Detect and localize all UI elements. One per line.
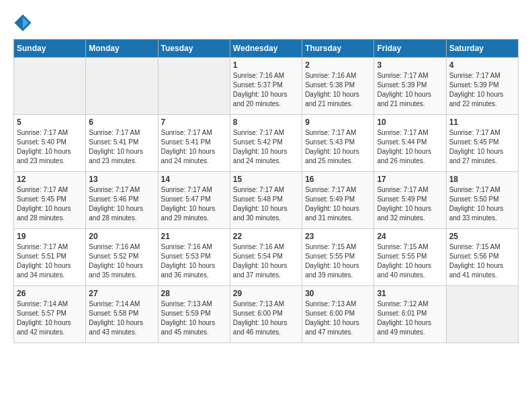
- day-info: Sunrise: 7:16 AM Sunset: 5:53 PM Dayligh…: [161, 242, 227, 280]
- calendar-cell: 19Sunrise: 7:17 AM Sunset: 5:51 PM Dayli…: [14, 229, 86, 286]
- day-number: 28: [161, 289, 227, 298]
- day-number: 12: [17, 175, 83, 184]
- day-info: Sunrise: 7:16 AM Sunset: 5:54 PM Dayligh…: [233, 242, 299, 280]
- day-number: 14: [161, 175, 227, 184]
- day-info: Sunrise: 7:15 AM Sunset: 5:56 PM Dayligh…: [449, 242, 515, 280]
- calendar-table: SundayMondayTuesdayWednesdayThursdayFrid…: [13, 39, 519, 343]
- day-number: 29: [233, 289, 299, 298]
- calendar-cell: 15Sunrise: 7:17 AM Sunset: 5:48 PM Dayli…: [230, 172, 302, 229]
- day-info: Sunrise: 7:15 AM Sunset: 5:55 PM Dayligh…: [305, 242, 371, 280]
- calendar-cell: 16Sunrise: 7:17 AM Sunset: 5:49 PM Dayli…: [302, 172, 374, 229]
- day-info: Sunrise: 7:17 AM Sunset: 5:46 PM Dayligh…: [89, 185, 154, 223]
- day-info: Sunrise: 7:16 AM Sunset: 5:52 PM Dayligh…: [89, 242, 154, 280]
- day-info: Sunrise: 7:16 AM Sunset: 5:38 PM Dayligh…: [305, 71, 371, 109]
- calendar-cell: 27Sunrise: 7:14 AM Sunset: 5:58 PM Dayli…: [86, 286, 158, 343]
- day-number: 5: [17, 118, 83, 127]
- weekday-header: Friday: [374, 40, 446, 58]
- day-info: Sunrise: 7:14 AM Sunset: 5:57 PM Dayligh…: [17, 300, 83, 337]
- calendar-cell: 22Sunrise: 7:16 AM Sunset: 5:54 PM Dayli…: [230, 229, 302, 286]
- day-info: Sunrise: 7:17 AM Sunset: 5:48 PM Dayligh…: [233, 185, 299, 223]
- calendar-cell: 24Sunrise: 7:15 AM Sunset: 5:55 PM Dayli…: [374, 229, 446, 286]
- day-info: Sunrise: 7:17 AM Sunset: 5:40 PM Dayligh…: [17, 128, 83, 166]
- day-info: Sunrise: 7:17 AM Sunset: 5:44 PM Dayligh…: [377, 128, 443, 166]
- day-info: Sunrise: 7:13 AM Sunset: 5:59 PM Dayligh…: [161, 300, 227, 337]
- day-info: Sunrise: 7:14 AM Sunset: 5:58 PM Dayligh…: [89, 300, 154, 337]
- day-info: Sunrise: 7:17 AM Sunset: 5:50 PM Dayligh…: [449, 185, 515, 223]
- weekday-header: Tuesday: [158, 40, 230, 58]
- calendar-cell: 2Sunrise: 7:16 AM Sunset: 5:38 PM Daylig…: [302, 58, 374, 115]
- calendar-cell: 25Sunrise: 7:15 AM Sunset: 5:56 PM Dayli…: [446, 229, 518, 286]
- day-info: Sunrise: 7:17 AM Sunset: 5:39 PM Dayligh…: [377, 71, 443, 109]
- day-number: 24: [377, 232, 443, 241]
- weekday-header: Monday: [86, 40, 158, 58]
- calendar-cell: 7Sunrise: 7:17 AM Sunset: 5:41 PM Daylig…: [158, 115, 230, 172]
- day-info: Sunrise: 7:17 AM Sunset: 5:43 PM Dayligh…: [305, 128, 371, 166]
- day-number: 18: [449, 175, 515, 184]
- day-number: 8: [233, 118, 299, 127]
- day-number: 9: [305, 118, 371, 127]
- day-info: Sunrise: 7:13 AM Sunset: 6:00 PM Dayligh…: [233, 300, 299, 337]
- calendar-cell: 29Sunrise: 7:13 AM Sunset: 6:00 PM Dayli…: [230, 286, 302, 343]
- calendar-cell: 5Sunrise: 7:17 AM Sunset: 5:40 PM Daylig…: [14, 115, 86, 172]
- calendar-week-row: 1Sunrise: 7:16 AM Sunset: 5:37 PM Daylig…: [14, 58, 519, 115]
- day-info: Sunrise: 7:17 AM Sunset: 5:47 PM Dayligh…: [161, 185, 227, 223]
- day-number: 17: [377, 175, 443, 184]
- day-number: 20: [89, 232, 154, 241]
- calendar-week-row: 26Sunrise: 7:14 AM Sunset: 5:57 PM Dayli…: [14, 286, 519, 343]
- day-number: 7: [161, 118, 227, 127]
- day-number: 19: [17, 232, 83, 241]
- calendar-cell: 14Sunrise: 7:17 AM Sunset: 5:47 PM Dayli…: [158, 172, 230, 229]
- calendar-week-row: 19Sunrise: 7:17 AM Sunset: 5:51 PM Dayli…: [14, 229, 519, 286]
- day-info: Sunrise: 7:16 AM Sunset: 5:37 PM Dayligh…: [233, 71, 299, 109]
- calendar-cell: 17Sunrise: 7:17 AM Sunset: 5:49 PM Dayli…: [374, 172, 446, 229]
- calendar-cell: 10Sunrise: 7:17 AM Sunset: 5:44 PM Dayli…: [374, 115, 446, 172]
- calendar-cell: 30Sunrise: 7:13 AM Sunset: 6:00 PM Dayli…: [302, 286, 374, 343]
- calendar-cell: 28Sunrise: 7:13 AM Sunset: 5:59 PM Dayli…: [158, 286, 230, 343]
- weekday-header-row: SundayMondayTuesdayWednesdayThursdayFrid…: [14, 40, 519, 58]
- day-number: 21: [161, 232, 227, 241]
- day-info: Sunrise: 7:17 AM Sunset: 5:42 PM Dayligh…: [233, 128, 299, 166]
- day-number: 3: [377, 60, 443, 70]
- weekday-header: Wednesday: [230, 40, 302, 58]
- day-number: 1: [233, 60, 299, 70]
- day-number: 30: [305, 289, 371, 298]
- day-number: 13: [89, 175, 154, 184]
- calendar-cell: 26Sunrise: 7:14 AM Sunset: 5:57 PM Dayli…: [14, 286, 86, 343]
- calendar-cell: 13Sunrise: 7:17 AM Sunset: 5:46 PM Dayli…: [86, 172, 158, 229]
- calendar-cell: 3Sunrise: 7:17 AM Sunset: 5:39 PM Daylig…: [374, 58, 446, 115]
- weekday-header: Saturday: [446, 40, 518, 58]
- day-info: Sunrise: 7:17 AM Sunset: 5:49 PM Dayligh…: [377, 185, 443, 223]
- day-number: 6: [89, 118, 154, 127]
- calendar-cell: 18Sunrise: 7:17 AM Sunset: 5:50 PM Dayli…: [446, 172, 518, 229]
- calendar-cell: 4Sunrise: 7:17 AM Sunset: 5:39 PM Daylig…: [446, 58, 518, 115]
- day-number: 4: [449, 60, 515, 70]
- calendar-cell: 6Sunrise: 7:17 AM Sunset: 5:41 PM Daylig…: [86, 115, 158, 172]
- day-number: 22: [233, 232, 299, 241]
- day-info: Sunrise: 7:17 AM Sunset: 5:45 PM Dayligh…: [17, 185, 83, 223]
- day-number: 16: [305, 175, 371, 184]
- day-info: Sunrise: 7:12 AM Sunset: 6:01 PM Dayligh…: [377, 300, 443, 337]
- day-info: Sunrise: 7:17 AM Sunset: 5:39 PM Dayligh…: [449, 71, 515, 109]
- calendar-cell: [14, 58, 86, 115]
- day-info: Sunrise: 7:17 AM Sunset: 5:41 PM Dayligh…: [89, 128, 154, 166]
- calendar-cell: 11Sunrise: 7:17 AM Sunset: 5:45 PM Dayli…: [446, 115, 518, 172]
- day-number: 27: [89, 289, 154, 298]
- weekday-header: Thursday: [302, 40, 374, 58]
- calendar-cell: 1Sunrise: 7:16 AM Sunset: 5:37 PM Daylig…: [230, 58, 302, 115]
- day-info: Sunrise: 7:17 AM Sunset: 5:49 PM Dayligh…: [305, 185, 371, 223]
- day-number: 25: [449, 232, 515, 241]
- day-info: Sunrise: 7:15 AM Sunset: 5:55 PM Dayligh…: [377, 242, 443, 280]
- calendar-cell: 23Sunrise: 7:15 AM Sunset: 5:55 PM Dayli…: [302, 229, 374, 286]
- day-number: 11: [449, 118, 515, 127]
- day-number: 15: [233, 175, 299, 184]
- day-info: Sunrise: 7:13 AM Sunset: 6:00 PM Dayligh…: [305, 300, 371, 337]
- logo-icon: [13, 13, 32, 32]
- calendar-cell: 20Sunrise: 7:16 AM Sunset: 5:52 PM Dayli…: [86, 229, 158, 286]
- logo: [13, 13, 35, 32]
- calendar-week-row: 12Sunrise: 7:17 AM Sunset: 5:45 PM Dayli…: [14, 172, 519, 229]
- day-number: 23: [305, 232, 371, 241]
- calendar-cell: 21Sunrise: 7:16 AM Sunset: 5:53 PM Dayli…: [158, 229, 230, 286]
- day-info: Sunrise: 7:17 AM Sunset: 5:45 PM Dayligh…: [449, 128, 515, 166]
- calendar-cell: 12Sunrise: 7:17 AM Sunset: 5:45 PM Dayli…: [14, 172, 86, 229]
- calendar-week-row: 5Sunrise: 7:17 AM Sunset: 5:40 PM Daylig…: [14, 115, 519, 172]
